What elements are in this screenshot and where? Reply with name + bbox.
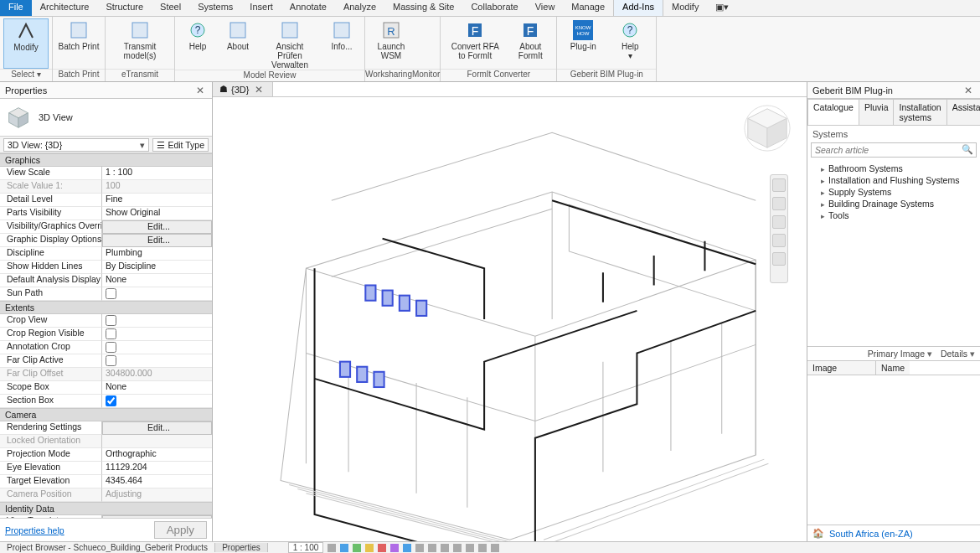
ribbon-help[interactable]: ?Help [178,18,217,70]
lookaround-icon[interactable] [772,252,786,266]
ribbon-batch-print[interactable]: Batch Print [56,18,101,69]
prop-value[interactable]: 1 : 100 [102,167,212,180]
tab-steel[interactable]: Steel [152,0,189,16]
viewcube[interactable] [743,104,792,152]
ribbon-convert-rfa-to-formit[interactable]: FConvert RFAto FormIt [444,18,506,69]
prop-section[interactable]: Camera [0,408,212,421]
prop-value[interactable]: Orthographic [102,448,212,462]
ribbon-help-[interactable]: ?Help▾ [607,18,652,69]
prop-value[interactable]: None [102,381,212,395]
tree-node[interactable]: Installation and Flushing Systems [812,174,975,186]
prop-value[interactable]: 11129.204 [102,462,212,475]
status-icon[interactable] [328,544,336,552]
tab-collaborate[interactable]: Collaborate [462,0,526,16]
tab-add-ins[interactable]: Add-Ins [613,0,663,16]
prop-value[interactable]: Edit... [102,421,212,435]
prop-value[interactable]: Show Original [102,207,212,220]
status-icon[interactable] [466,544,474,552]
prop-value[interactable]: None [102,274,212,287]
viewport[interactable]: ☗ {3D} ✕ [213,82,807,541]
pan-icon[interactable] [772,197,786,210]
prop-section[interactable]: Extents [0,301,212,314]
tab-structure[interactable]: Structure [97,0,152,16]
tree-node[interactable]: Bathroom Systems [812,163,975,174]
prop-value[interactable] [102,287,212,301]
prop-value[interactable]: Edit... [102,234,212,247]
col-image[interactable]: Image [807,361,876,375]
ribbon-launch-wsm[interactable]: RLaunch WSM [369,18,414,69]
ribbon-modify[interactable]: Modify [3,18,49,69]
status-icon[interactable] [378,544,386,552]
tab-systems[interactable]: Systems [189,0,241,16]
apply-button[interactable]: Apply [154,521,207,539]
ribbon-plug-in[interactable]: KNOWHOWPlug-in [560,18,606,69]
status-icon[interactable] [403,544,411,552]
prop-value[interactable] [102,341,212,354]
ribbon-ansicht-pr-fen-verwalten[interactable]: AnsichtPrüfen Verwalten [259,18,321,70]
prop-value[interactable] [102,354,212,368]
status-icon[interactable] [441,544,449,552]
tab-overflow[interactable]: ▣▾ [707,0,737,16]
instance-dropdown[interactable]: 3D View: {3D} [3,138,149,152]
tab-architecture[interactable]: Architecture [32,0,98,16]
prop-section[interactable]: Identity Data [0,502,212,515]
systems-tree[interactable]: Bathroom SystemsInstallation and Flushin… [807,161,980,346]
status-icon[interactable] [340,544,348,552]
geberit-tab-installation-systems[interactable]: Installation systems [893,99,946,125]
tree-node[interactable]: Supply Systems [812,186,975,198]
close-icon[interactable]: ✕ [193,82,207,99]
prop-value[interactable]: Plumbing [102,247,212,261]
geberit-tab-catalogue[interactable]: Catalogue [807,99,859,125]
geberit-tab-pluvia[interactable]: Pluvia [859,99,895,125]
view-scale[interactable]: 1 : 100 [288,542,324,553]
steering-wheel-icon[interactable] [772,178,786,192]
tab-modify[interactable]: Modify [663,0,707,16]
tab-insert[interactable]: Insert [241,0,281,16]
locale-link[interactable]: South Africa (en-ZA) [829,529,913,539]
tab-manage[interactable]: Manage [563,0,613,16]
file-tab[interactable]: File [0,0,32,16]
ribbon-transmit-model-s-[interactable]: Transmit model(s) [109,18,171,69]
navigation-bar[interactable] [770,174,788,283]
edit-type-button[interactable]: ☰ Edit Type [152,138,209,152]
status-icon[interactable] [415,544,424,552]
status-icon[interactable] [365,544,374,552]
prop-value[interactable] [102,314,212,328]
ribbon-info-[interactable]: Info... [322,18,361,70]
close-view-icon[interactable]: ✕ [252,84,266,96]
zoom-icon[interactable] [772,215,786,229]
tree-node[interactable]: Tools [812,209,975,221]
prop-value[interactable] [102,395,212,408]
prop-value[interactable]: 4345.464 [102,475,212,488]
status-icon[interactable] [453,544,462,552]
properties-tab[interactable]: Properties [215,543,268,552]
tab-analyze[interactable]: Analyze [335,0,384,16]
prop-section[interactable]: Graphics [0,153,212,167]
col-name[interactable]: Name [876,361,910,375]
status-icon[interactable] [390,544,399,552]
properties-help-link[interactable]: Properties help [5,525,64,535]
prop-value[interactable]: Fine [102,194,212,207]
status-icon[interactable] [428,544,436,552]
model-canvas[interactable] [213,97,807,541]
orbit-icon[interactable] [772,234,786,247]
ribbon-about[interactable]: About [219,18,257,70]
prop-value[interactable] [102,328,212,341]
tree-node[interactable]: Building Drainage Systems [812,198,975,209]
view-tab-3d[interactable]: ☗ {3D} ✕ [213,82,273,96]
primary-image-dropdown[interactable]: Primary Image [868,349,932,359]
search-icon[interactable]: 🔍 [962,144,973,155]
close-icon[interactable]: ✕ [962,82,975,99]
prop-value[interactable]: Edit... [102,220,212,234]
tab-view[interactable]: View [527,0,564,16]
ribbon-about-formit[interactable]: FAbout FormIt [508,18,553,69]
search-input[interactable] [811,142,977,158]
geberit-tab-assistants[interactable]: Assistants [946,99,980,125]
project-browser-tab[interactable]: Project Browser - Schueco_Building_Geber… [0,543,215,552]
prop-value[interactable]: By Discipline [102,261,212,274]
status-icon[interactable] [353,544,361,552]
tab-annotate[interactable]: Annotate [281,0,335,16]
status-icon[interactable] [478,544,487,552]
tab-massing-site[interactable]: Massing & Site [384,0,462,16]
status-icon[interactable] [491,544,499,552]
